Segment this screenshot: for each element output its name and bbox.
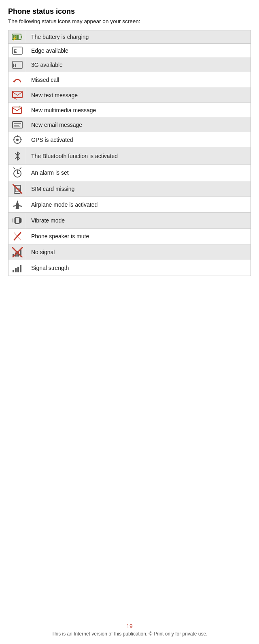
svg-point-19 (16, 139, 19, 141)
table-row: New text message (8, 88, 251, 103)
table-row: Vibrate mode (8, 213, 251, 229)
svg-line-28 (20, 168, 21, 169)
table-row: Missed call (8, 72, 251, 88)
desc-vibrate: Vibrate mode (26, 213, 251, 229)
desc-bluetooth: The Bluetooth function is activated (26, 148, 251, 165)
airplane-icon (12, 199, 23, 210)
table-row: An alarm is set (8, 165, 251, 181)
svg-text:E: E (14, 49, 17, 53)
battery-charging-icon: ⚡ (12, 33, 23, 41)
table-row: ♪ New multimedia message (8, 103, 251, 118)
table-row: Airplane mode is activated (8, 197, 251, 213)
icon-cell-signal-strength (8, 260, 26, 276)
svg-text:⚡: ⚡ (12, 36, 17, 41)
new-mms-icon: ♪ (12, 105, 23, 115)
mute-icon (13, 231, 22, 242)
icon-cell-no-signal (8, 244, 26, 260)
status-icons-table: ⚡ The battery is charging E Edge availab… (8, 30, 251, 276)
svg-text:H: H (13, 63, 16, 68)
svg-rect-14 (13, 122, 22, 128)
3g-icon: H (12, 60, 23, 69)
svg-rect-47 (17, 267, 19, 272)
icon-cell-battery-charging: ⚡ (8, 30, 26, 44)
desc-battery-charging: The battery is charging (26, 30, 251, 44)
icon-cell-new-email (8, 118, 26, 132)
desc-signal-strength: Signal strength (26, 260, 251, 276)
svg-rect-4 (17, 35, 19, 39)
desc-gps: GPS is activated (26, 132, 251, 148)
table-row: ⚡ The battery is charging (8, 30, 251, 44)
signal-strength-icon (12, 263, 23, 273)
gps-icon (12, 135, 23, 145)
desc-airplane: Airplane mode is activated (26, 197, 251, 213)
svg-rect-32 (15, 217, 19, 224)
svg-rect-46 (15, 268, 17, 272)
svg-rect-10 (13, 91, 22, 98)
icon-cell-bluetooth (8, 148, 26, 165)
desc-missed-call: Missed call (26, 72, 251, 88)
page-title: Phone status icons (8, 7, 251, 16)
page-subtitle: The following status icons may appear on… (8, 18, 251, 24)
desc-sim-missing: SIM card missing (26, 181, 251, 197)
missed-call-icon (12, 75, 23, 85)
table-row: E Edge available (8, 44, 251, 58)
table-row: SIM card missing (8, 181, 251, 197)
table-row: H 3G available (8, 58, 251, 72)
icon-cell-gps (8, 132, 26, 148)
bluetooth-icon (13, 150, 21, 162)
svg-text:♪: ♪ (18, 105, 20, 109)
page-footer: 19 This is an Internet version of this p… (0, 623, 259, 637)
new-email-icon (12, 120, 23, 129)
vibrate-icon (12, 215, 23, 226)
icon-cell-3g: H (8, 58, 26, 72)
desc-edge: Edge available (26, 44, 251, 58)
table-row: The Bluetooth function is activated (8, 148, 251, 165)
svg-rect-1 (21, 36, 22, 38)
desc-no-signal: No signal (26, 244, 251, 260)
icon-cell-missed-call (8, 72, 26, 88)
icon-cell-sim-missing (8, 181, 26, 197)
desc-new-mms: New multimedia message (26, 103, 251, 118)
desc-new-text: New text message (26, 88, 251, 103)
svg-rect-45 (13, 270, 14, 272)
icon-cell-vibrate (8, 213, 26, 229)
desc-mute: Phone speaker is mute (26, 229, 251, 244)
table-row: New email message (8, 118, 251, 132)
svg-rect-48 (20, 265, 21, 272)
icon-cell-airplane (8, 197, 26, 213)
icon-cell-edge: E (8, 44, 26, 58)
icon-cell-mute (8, 229, 26, 244)
desc-new-email: New email message (26, 118, 251, 132)
table-row: Phone speaker is mute (8, 229, 251, 244)
icon-cell-alarm (8, 165, 26, 181)
edge-icon: E (12, 46, 23, 55)
desc-3g: 3G available (26, 58, 251, 72)
table-row: Signal strength (8, 260, 251, 276)
icon-cell-new-text (8, 88, 26, 103)
no-signal-icon (12, 247, 23, 257)
new-text-message-icon (12, 90, 23, 100)
icon-cell-new-mms: ♪ (8, 103, 26, 118)
alarm-icon (12, 167, 23, 178)
desc-alarm: An alarm is set (26, 165, 251, 181)
svg-line-27 (14, 168, 15, 169)
sim-missing-icon (12, 184, 23, 194)
page-number: 19 (0, 623, 259, 629)
table-row: No signal (8, 244, 251, 260)
table-row: GPS is activated (8, 132, 251, 148)
footer-note: This is an Internet version of this publ… (51, 631, 207, 637)
